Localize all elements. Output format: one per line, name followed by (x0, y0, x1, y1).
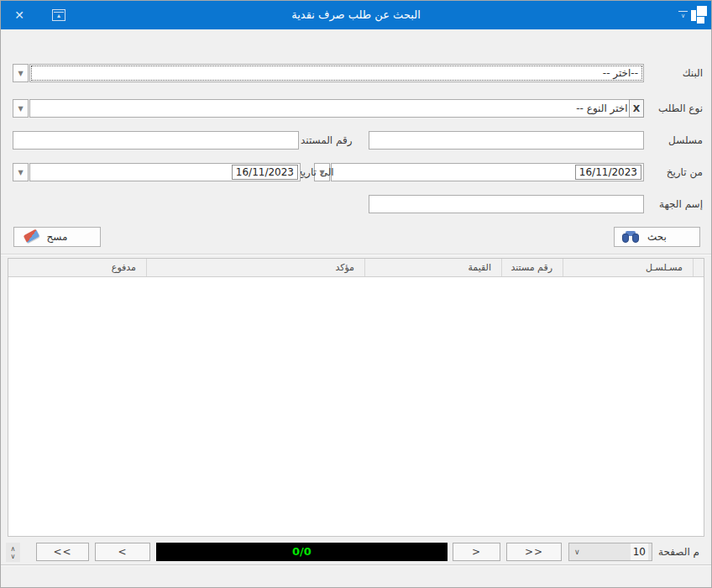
page-number-label: م الصفحة (658, 543, 699, 562)
grid-header-row: مسـلسـل رقم مستند القيمة مؤكد مدفوع (8, 259, 704, 277)
spin-up-icon[interactable]: ∧ (11, 545, 16, 553)
doc-number-label: رقم المستند (301, 131, 361, 150)
from-date-label: من تاريخ (667, 163, 703, 181)
entity-name-label: إسم الجهة (659, 195, 703, 213)
titlebar: البحث عن طلب صرف نقدية ✕ ∨ (1, 1, 711, 29)
next-page-button[interactable]: > (453, 543, 500, 561)
page-size-value: 10 (631, 543, 648, 560)
pager-spinner[interactable]: ∧ ∨ (6, 543, 20, 562)
bottom-divider (1, 564, 711, 566)
grid-indicator-column (693, 259, 704, 276)
page-size-combobox[interactable]: ∨ 10 (568, 543, 652, 561)
first-page-button[interactable]: << (36, 543, 89, 561)
grid-column-value[interactable]: القيمة (364, 259, 501, 276)
pin-dropdown-icon[interactable]: ∨ (678, 11, 688, 20)
request-type-dropdown-icon[interactable]: ▼ (13, 99, 29, 118)
spin-down-icon[interactable]: ∨ (11, 553, 16, 560)
bank-dropdown-icon[interactable]: ▼ (13, 64, 29, 82)
previous-page-button[interactable]: < (95, 543, 150, 561)
close-icon[interactable]: ✕ (12, 8, 27, 23)
bank-label: البنك (683, 64, 703, 82)
serial-input[interactable] (369, 131, 644, 150)
bank-combobox[interactable]: --اختر -- (29, 64, 644, 82)
from-date-field[interactable]: 16/11/2023 (331, 163, 644, 181)
to-date-field[interactable]: 16/11/2023 (29, 163, 301, 181)
entity-name-input[interactable] (369, 195, 644, 213)
doc-number-input[interactable] (13, 131, 299, 150)
grid-column-doc-number[interactable]: رقم مستند (501, 259, 563, 276)
to-date-dropdown-icon[interactable]: ▼ (13, 163, 29, 181)
search-button[interactable]: بحث (614, 227, 700, 247)
page-size-chevron-icon[interactable]: ∨ (574, 543, 580, 560)
last-page-button[interactable]: >> (506, 543, 562, 561)
search-button-label: بحث (615, 228, 699, 246)
results-grid: مسـلسـل رقم مستند القيمة مؤكد مدفوع (8, 258, 704, 537)
separator-line (1, 254, 711, 255)
window-title: البحث عن طلب صرف نقدية (1, 1, 711, 29)
serial-label: مسلسل (668, 131, 703, 150)
clear-button[interactable]: مسح (13, 227, 101, 247)
clear-type-button[interactable]: X (629, 99, 644, 118)
restore-window-icon[interactable] (52, 9, 65, 21)
search-cash-request-window: البحث عن طلب صرف نقدية ✕ ∨ البنك --اختر … (0, 0, 712, 588)
clear-button-label: مسح (14, 228, 100, 246)
grid-column-confirmed[interactable]: مؤكد (146, 259, 364, 276)
pager-bar: ∧ ∨ << < 0/0 > >> ∨ 10 م الصفحة (1, 543, 711, 562)
record-counter: 0/0 (156, 543, 448, 561)
grid-column-paid[interactable]: مدفوع (8, 259, 146, 276)
app-logo-icon (691, 6, 707, 24)
from-date-value[interactable]: 16/11/2023 (575, 165, 641, 180)
grid-column-serial[interactable]: مسـلسـل (563, 259, 693, 276)
grid-body-empty (8, 277, 704, 536)
request-type-label: نوع الطلب (658, 99, 703, 118)
to-date-value[interactable]: 16/11/2023 (232, 165, 298, 180)
request-type-combobox[interactable]: -- اختر النوع -- (29, 99, 644, 118)
to-date-label: الى تاريخ (296, 163, 347, 181)
